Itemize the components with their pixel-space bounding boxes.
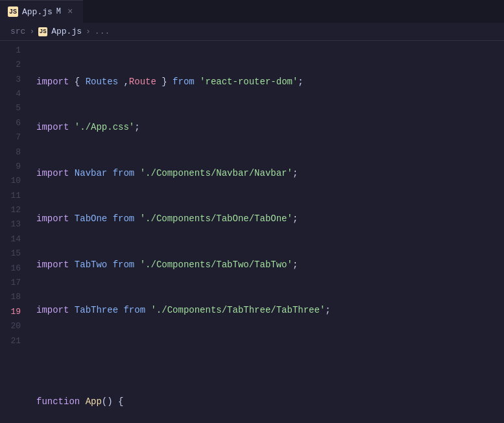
editor-area: 1 2 3 4 5 6 7 8 9 10 11 12 13 14 15 16 1… bbox=[0, 41, 504, 423]
breadcrumb-sep1: › bbox=[29, 27, 34, 36]
code-line-6: import TabThree from './Components/TabTh… bbox=[31, 303, 504, 317]
line-num-2: 2 bbox=[0, 58, 26, 72]
code-line-3: import Navbar from './Components/Navbar/… bbox=[31, 166, 504, 180]
line-num-6: 6 bbox=[0, 116, 26, 130]
line-num-20: 20 bbox=[0, 319, 26, 333]
tab-close-button[interactable]: × bbox=[65, 5, 75, 18]
line-num-3: 3 bbox=[0, 73, 26, 87]
breadcrumb-file: App.js bbox=[51, 27, 82, 36]
line-num-19: 19 bbox=[0, 305, 26, 319]
js-icon: JS bbox=[8, 6, 18, 17]
app-js-tab[interactable]: JS App.js M × bbox=[0, 0, 83, 23]
code-line-8: function App () { bbox=[31, 394, 504, 409]
code-line-4: import TabOne from './Components/TabOne/… bbox=[31, 212, 504, 226]
code-line-7 bbox=[31, 348, 504, 363]
line-num-7: 7 bbox=[0, 130, 26, 145]
line-num-21: 21 bbox=[0, 334, 26, 348]
line-num-4: 4 bbox=[0, 87, 26, 101]
breadcrumb: src › JS App.js › ... bbox=[0, 23, 504, 41]
line-numbers: 1 2 3 4 5 6 7 8 9 10 11 12 13 14 15 16 1… bbox=[0, 41, 31, 423]
code-content[interactable]: import { Routes , Route } from 'react-ro… bbox=[31, 41, 504, 423]
line-num-14: 14 bbox=[0, 232, 26, 247]
line-num-8: 8 bbox=[0, 145, 26, 160]
line-num-9: 9 bbox=[0, 160, 26, 174]
line-num-18: 18 bbox=[0, 291, 26, 305]
line-num-11: 11 bbox=[0, 189, 26, 203]
tab-modified-indicator: M bbox=[56, 7, 61, 16]
breadcrumb-sep2: › bbox=[86, 27, 91, 36]
code-line-5: import TabTwo from './Components/TabTwo/… bbox=[31, 258, 504, 272]
tab-filename: App.js bbox=[22, 7, 53, 17]
code-line-2: import './App.css' ; bbox=[31, 120, 504, 134]
line-num-12: 12 bbox=[0, 203, 26, 217]
breadcrumb-dots: ... bbox=[95, 27, 110, 36]
breadcrumb-src: src bbox=[10, 27, 25, 36]
code-line-1: import { Routes , Route } from 'react-ro… bbox=[31, 75, 504, 89]
line-num-16: 16 bbox=[0, 261, 26, 276]
line-num-17: 17 bbox=[0, 276, 26, 290]
line-num-10: 10 bbox=[0, 175, 26, 189]
line-num-13: 13 bbox=[0, 218, 26, 232]
breadcrumb-js-icon: JS bbox=[38, 27, 47, 36]
line-num-15: 15 bbox=[0, 247, 26, 261]
line-num-1: 1 bbox=[0, 43, 26, 58]
line-num-5: 5 bbox=[0, 102, 26, 116]
tab-bar: JS App.js M × bbox=[0, 0, 504, 23]
